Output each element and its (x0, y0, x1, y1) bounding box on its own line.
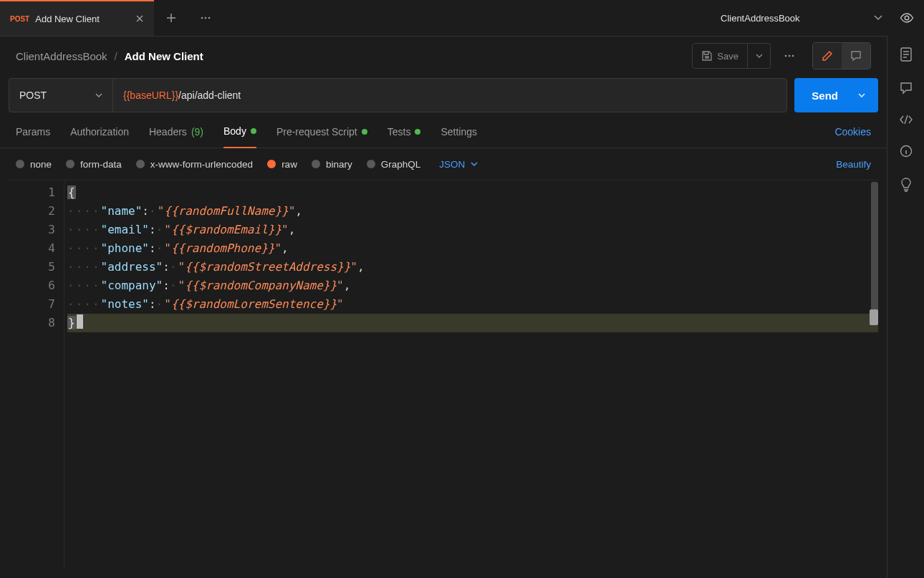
code-line: ····"email":·"{{$randomEmail}}", (67, 221, 878, 239)
save-icon (701, 50, 713, 62)
info-icon[interactable] (900, 145, 913, 158)
body-editor[interactable]: 1 2 3 4 5 6 7 8 { ····"name":·"{{randomF… (9, 180, 878, 569)
tab-tests[interactable]: Tests (388, 115, 421, 148)
text-cursor (77, 314, 83, 329)
method-value: POST (19, 90, 47, 101)
request-tabs: Params Authorization Headers (9) Body Pr… (0, 115, 887, 148)
body-type-selector: none form-data x-www-form-urlencoded raw… (0, 148, 887, 180)
radio-icon (367, 160, 375, 168)
save-dropdown-button[interactable] (748, 43, 771, 69)
url-path: /api/add-client (178, 90, 241, 101)
beautify-link[interactable]: Beautify (836, 159, 871, 170)
radio-graphql[interactable]: GraphQL (367, 159, 421, 170)
chevron-down-icon[interactable] (858, 93, 865, 98)
chevron-down-icon (95, 93, 102, 98)
radio-x-www-form-urlencoded[interactable]: x-www-form-urlencoded (136, 159, 253, 170)
url-row: POST {{baseURL}}/api/add-client Send (0, 75, 887, 115)
code-line: ····"notes":·"{{$randomLoremSentence}}" (67, 295, 878, 314)
preview-environment-icon[interactable] (900, 13, 914, 23)
status-dot-icon (362, 129, 367, 135)
breadcrumb: ClientAddressBook / Add New Client (16, 50, 203, 62)
view-mode-toggle (812, 42, 871, 69)
svg-point-6 (792, 55, 794, 57)
headers-count: (9) (191, 126, 203, 138)
comment-mode-button[interactable] (842, 43, 870, 69)
minimap-end-icon (870, 309, 878, 325)
environment-selector[interactable]: ClientAddressBook (711, 0, 924, 36)
content-type-label: JSON (439, 159, 465, 170)
code-line: ····"company":·"{{$randomCompanyName}}", (67, 276, 878, 295)
svg-point-3 (905, 16, 909, 20)
code-line: { (67, 183, 878, 202)
tab-body[interactable]: Body (223, 115, 256, 148)
tab-method-badge: POST (10, 15, 29, 23)
lightbulb-icon[interactable] (900, 178, 912, 192)
radio-icon (16, 160, 24, 168)
url-variable: {{baseURL}} (123, 90, 178, 101)
tab-prerequest[interactable]: Pre-request Script (276, 115, 367, 148)
close-tab-icon[interactable] (135, 14, 144, 23)
status-dot-icon (251, 128, 256, 134)
breadcrumb-parent[interactable]: ClientAddressBook (16, 50, 107, 62)
tab-title: Add New Client (35, 14, 100, 24)
cookies-link[interactable]: Cookies (834, 126, 871, 138)
header-row: ClientAddressBook / Add New Client Save (0, 37, 887, 75)
radio-raw[interactable]: raw (267, 159, 297, 170)
line-number-gutter: 1 2 3 4 5 6 7 8 (9, 180, 64, 569)
send-button[interactable]: Send (794, 78, 878, 112)
scrollbar-thumb[interactable] (871, 182, 878, 312)
save-label: Save (717, 51, 738, 62)
environment-name: ClientAddressBook (721, 13, 864, 24)
radio-icon (136, 160, 145, 168)
tab-tests-label: Tests (388, 126, 411, 138)
tab-params[interactable]: Params (16, 115, 50, 148)
svg-point-0 (201, 17, 203, 19)
code-line: ····"name":·"{{randomFullName}}", (67, 202, 878, 221)
request-tab[interactable]: POST Add New Client (0, 0, 154, 36)
svg-point-5 (789, 55, 791, 57)
radio-icon (312, 160, 320, 168)
documentation-icon[interactable] (900, 47, 913, 62)
send-label: Send (812, 90, 838, 102)
breadcrumb-current: Add New Client (125, 50, 203, 62)
more-actions-button[interactable] (778, 43, 801, 69)
comments-icon[interactable] (900, 82, 913, 95)
breadcrumb-separator: / (115, 50, 117, 62)
tab-headers-label: Headers (149, 126, 187, 138)
svg-point-2 (208, 17, 211, 19)
radio-binary[interactable]: binary (312, 159, 352, 170)
code-line: ····"address":·"{{$randomStreetAddress}}… (67, 258, 878, 276)
code-area[interactable]: { ····"name":·"{{randomFullName}}", ····… (64, 180, 878, 569)
http-method-select[interactable]: POST (9, 79, 113, 112)
code-line-current: } (67, 314, 878, 332)
chevron-down-icon (874, 15, 882, 21)
url-bar: POST {{baseURL}}/api/add-client (9, 78, 787, 112)
save-button[interactable]: Save (692, 43, 748, 69)
chevron-down-icon (471, 162, 478, 167)
code-line: ····"phone":·"{{randomPhone}}", (67, 239, 878, 258)
tab-authorization[interactable]: Authorization (70, 115, 129, 148)
code-icon[interactable] (899, 115, 913, 125)
url-input[interactable]: {{baseURL}}/api/add-client (113, 79, 786, 112)
tab-settings[interactable]: Settings (441, 115, 477, 148)
radio-none[interactable]: none (16, 159, 52, 170)
radio-selected-icon (267, 160, 276, 168)
tab-body-label: Body (223, 125, 246, 137)
edit-mode-button[interactable] (813, 43, 842, 69)
tab-prerequest-label: Pre-request Script (276, 126, 357, 138)
svg-point-4 (785, 55, 787, 57)
svg-point-1 (205, 17, 207, 19)
radio-icon (66, 160, 74, 168)
right-sidebar (887, 36, 924, 578)
tab-overflow-button[interactable] (188, 0, 223, 36)
radio-form-data[interactable]: form-data (66, 159, 122, 170)
tab-headers[interactable]: Headers (9) (149, 115, 203, 148)
status-dot-icon (415, 129, 420, 135)
tab-bar: POST Add New Client ClientAddressBook (0, 0, 924, 36)
new-tab-button[interactable] (154, 0, 188, 36)
content-type-select[interactable]: JSON (439, 159, 478, 170)
